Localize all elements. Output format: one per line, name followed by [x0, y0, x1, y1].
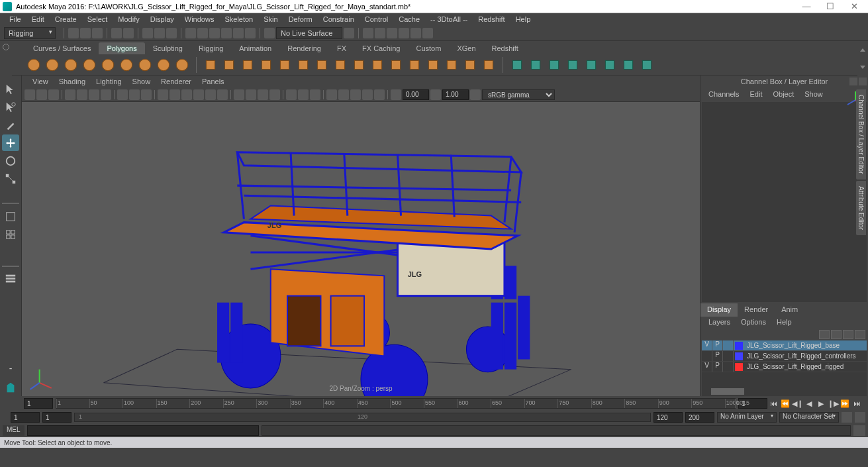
undo-icon[interactable] — [111, 28, 122, 38]
tool-fill-icon[interactable] — [638, 56, 655, 74]
shelf-tab-polygons[interactable]: Polygons — [99, 42, 144, 54]
prefs-icon[interactable] — [855, 412, 865, 423]
panel-menu-view[interactable]: View — [27, 76, 54, 87]
go-start-icon[interactable]: ⏮ — [767, 398, 779, 409]
layer-color-swatch[interactable] — [735, 363, 743, 371]
layer-playback-toggle[interactable]: P — [712, 351, 723, 361]
file-new-icon[interactable] — [68, 28, 79, 38]
view-icon1[interactable] — [65, 89, 75, 100]
res-gate-icon[interactable] — [141, 89, 152, 100]
camera-icon3[interactable] — [48, 89, 59, 100]
select-tool[interactable] — [2, 81, 19, 97]
shading-icon3[interactable] — [181, 89, 192, 100]
panel-menu-show[interactable]: Show — [127, 76, 156, 87]
menu-select[interactable]: Select — [82, 14, 113, 25]
color-transform-select[interactable]: sRGB gamma — [482, 89, 555, 100]
tool-soccer-icon[interactable] — [220, 56, 238, 74]
tool-bridge-icon[interactable] — [313, 56, 330, 74]
maximize-button[interactable]: ☐ — [826, 2, 835, 11]
tool-align-icon[interactable] — [601, 56, 618, 74]
view-icon4[interactable] — [101, 89, 111, 100]
poly-torus-icon[interactable] — [118, 56, 135, 74]
shading-icon4[interactable] — [193, 89, 204, 100]
tool-mirror-icon[interactable] — [424, 56, 442, 74]
step-fwd-icon[interactable]: ❙▶ — [827, 398, 839, 409]
tool-bool-union-icon[interactable] — [508, 56, 526, 74]
menu-modify[interactable]: Modify — [113, 14, 144, 25]
shelf-tab-sculpting[interactable]: Sculpting — [145, 42, 191, 54]
range-track[interactable]: 1 120 — [74, 413, 651, 422]
render-icon6[interactable] — [422, 28, 433, 38]
menu-display[interactable]: Display — [145, 14, 179, 25]
channels-list[interactable] — [702, 102, 867, 302]
layer-visible-toggle[interactable]: V — [702, 362, 712, 372]
shading-icon1[interactable] — [158, 89, 168, 100]
panel-menu-renderer[interactable]: Renderer — [156, 76, 197, 87]
layer-tab-render[interactable]: Render — [738, 303, 775, 317]
view-icon2[interactable] — [77, 89, 87, 100]
shelf-tab-curves-surfaces[interactable]: Curves / Surfaces — [25, 42, 99, 54]
viewport-canvas[interactable]: JLG JLG — [22, 102, 700, 396]
rotate-tool[interactable] — [2, 152, 19, 169]
menu-help[interactable]: Help — [510, 14, 536, 25]
tool-bool-inter-icon[interactable] — [546, 56, 563, 74]
layer-hscroll[interactable] — [702, 387, 867, 396]
render-icon1[interactable] — [363, 28, 373, 38]
redo-icon[interactable] — [123, 28, 134, 38]
layer-move-up-icon[interactable] — [819, 330, 830, 339]
snap-icon3[interactable] — [209, 28, 220, 38]
shelf-tab-xgen[interactable]: XGen — [449, 42, 483, 54]
xray-icon1[interactable] — [326, 89, 337, 100]
character-set-select[interactable]: No Character Set — [779, 412, 839, 423]
menu-skin[interactable]: Skin — [258, 14, 283, 25]
menu-windows[interactable]: Windows — [179, 14, 220, 25]
tool-separate-icon[interactable] — [276, 56, 293, 74]
layer-ref-toggle[interactable] — [723, 351, 734, 361]
snap-icon1[interactable] — [185, 28, 196, 38]
select-icon3[interactable] — [166, 28, 177, 38]
exposure-field[interactable] — [403, 89, 429, 100]
isolate-icon3[interactable] — [310, 89, 320, 100]
file-save-icon[interactable] — [92, 28, 103, 38]
file-open-icon[interactable] — [80, 28, 91, 38]
minimize-button[interactable]: — — [802, 2, 811, 11]
tool-extrude-icon[interactable] — [295, 56, 312, 74]
layout-single[interactable] — [2, 208, 19, 225]
poly-cylinder-icon[interactable] — [62, 56, 79, 74]
script-editor-icon[interactable] — [853, 425, 865, 436]
time-start-field[interactable] — [24, 398, 53, 409]
go-end-icon[interactable]: ⏭ — [851, 398, 863, 409]
poly-pyramid-icon[interactable] — [155, 56, 172, 74]
tool-sculpt-icon[interactable] — [443, 56, 460, 74]
menu-constrain[interactable]: Constrain — [318, 14, 360, 25]
layer-playback-toggle[interactable]: P — [712, 362, 723, 372]
channel-menu-channels[interactable]: Channels — [703, 89, 744, 99]
tool-create-poly-icon[interactable] — [480, 56, 497, 74]
layer-visible-toggle[interactable]: V — [702, 340, 712, 350]
shading-icon6[interactable] — [217, 89, 228, 100]
layout-l1[interactable] — [2, 244, 11, 262]
tool-bevel-icon[interactable] — [332, 56, 349, 74]
panel-menu-panels[interactable]: Panels — [197, 76, 230, 87]
shelf-tab-redshift[interactable]: Redshift — [484, 42, 526, 54]
xray-icon5[interactable] — [374, 89, 385, 100]
tool-multicut-icon[interactable] — [350, 56, 367, 74]
xray-icon3[interactable] — [350, 89, 361, 100]
range-end-inner[interactable] — [653, 412, 683, 423]
script-lang-label[interactable]: MEL — [3, 425, 24, 436]
channel-menu-show[interactable]: Show — [799, 89, 828, 99]
maya-home-icon[interactable] — [2, 380, 19, 396]
menu-create[interactable]: Create — [50, 14, 82, 25]
tool-bool-diff-icon[interactable] — [527, 56, 544, 74]
layer-ref-toggle[interactable] — [723, 340, 734, 350]
snap-icon2[interactable] — [197, 28, 208, 38]
layer-playback-toggle[interactable]: P — [712, 340, 723, 350]
light-icon3[interactable] — [258, 89, 268, 100]
lasso-tool[interactable] — [2, 99, 19, 115]
camera-icon2[interactable] — [36, 89, 47, 100]
select-icon2[interactable] — [154, 28, 165, 38]
xray-icon2[interactable] — [338, 89, 349, 100]
poly-plane-icon[interactable] — [99, 56, 117, 74]
layer-menu-help[interactable]: Help — [771, 317, 797, 329]
menu-redshift[interactable]: Redshift — [473, 14, 510, 25]
